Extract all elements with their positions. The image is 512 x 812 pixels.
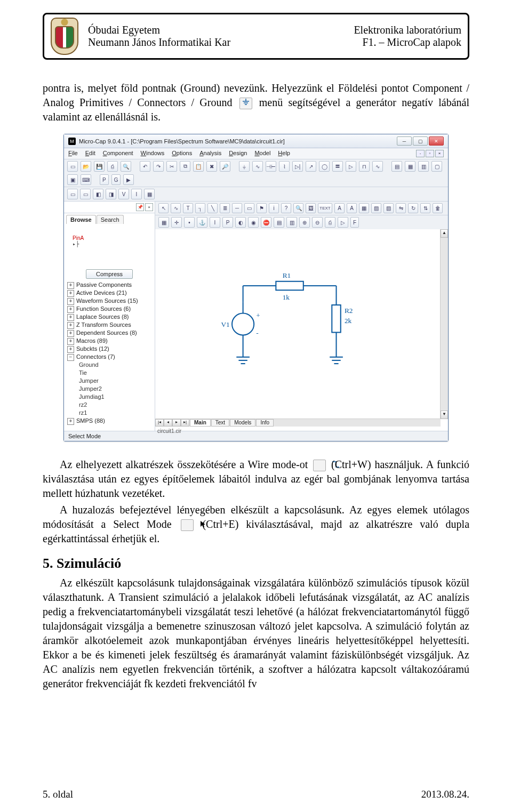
menu-options[interactable]: Options	[172, 150, 192, 157]
vertical-scrollbar[interactable]: ▲ ▼	[440, 229, 448, 419]
sub-toolbar[interactable]: ▭ ▭ ◧ ◨ V I ▦	[64, 187, 448, 202]
line-mode-icon[interactable]: ─	[232, 203, 242, 213]
expand-icon[interactable]: +	[67, 314, 74, 321]
collapse-icon[interactable]: −	[67, 354, 74, 361]
tree-label[interactable]: Waveform Sources (15)	[76, 298, 138, 304]
mdi-restore-icon[interactable]: ▫	[426, 150, 434, 157]
probe-icon[interactable]: 🔍	[293, 203, 303, 213]
npn-tool-icon[interactable]: ↗	[306, 161, 316, 172]
tree-label[interactable]: Subckts (12)	[76, 345, 109, 352]
panel-pin-icon[interactable]: 📌	[136, 203, 144, 211]
win2-icon[interactable]: ▦	[405, 161, 415, 172]
tree-label[interactable]: Passive Components	[76, 282, 132, 288]
window-titlebar[interactable]: M Micro-Cap 9.0.4.1 - [C:\Program Files\…	[64, 134, 448, 148]
anchor-icon[interactable]: ⚓	[197, 217, 207, 228]
f-button[interactable]: F	[350, 217, 359, 228]
current-icon[interactable]: I	[210, 217, 220, 228]
p-button[interactable]: P	[100, 174, 109, 185]
new-icon[interactable]: ▭	[67, 161, 78, 172]
canvas-toolbar[interactable]: ↖ ∿ T ┐ ╲ ≣ ─ ▭ ⚑ i ? 🔍 🖼 TEXT A A ▦ ▨ ▧…	[155, 202, 448, 215]
expand-icon[interactable]: +	[67, 338, 74, 345]
tree-label[interactable]: Active Devices (21)	[76, 290, 127, 296]
pic-icon[interactable]: 🖼	[306, 203, 316, 213]
win4-icon[interactable]: ▢	[431, 161, 442, 172]
mirror-icon[interactable]: ⇋	[396, 203, 406, 213]
expand-icon[interactable]: +	[67, 418, 74, 425]
tree-label[interactable]: Function Sources (6)	[76, 305, 131, 312]
bottom-tab-info[interactable]: Info	[256, 419, 274, 427]
expand-icon[interactable]: +	[67, 290, 74, 297]
bottom-tab-main[interactable]: Main	[190, 419, 211, 427]
tree-label[interactable]: Macros (89)	[76, 337, 108, 344]
print2-icon[interactable]: ⎙	[325, 217, 335, 228]
close-button[interactable]: ✕	[429, 136, 444, 146]
print-icon[interactable]: ⎙	[107, 161, 118, 172]
run2-icon[interactable]: ▷	[338, 217, 348, 228]
win5-icon[interactable]: ▣	[67, 174, 78, 185]
delete-icon[interactable]: ✖	[206, 161, 217, 172]
layer2-icon[interactable]: ▥	[286, 217, 297, 228]
canvas-toolbar-2[interactable]: ▦ ✛ • ⚓ I P ◐ ◉ ⛔ ▤ ▥ ⊕ ⊖ ⎙ ▷ F	[155, 215, 448, 230]
expand-icon[interactable]: +	[67, 298, 74, 305]
save-icon[interactable]: 💾	[94, 161, 105, 172]
menu-bar[interactable]: File Edit Component Windows Options Anal…	[64, 148, 448, 159]
mode3-icon[interactable]: ◧	[93, 189, 103, 199]
help-mode-icon[interactable]: ?	[281, 203, 291, 213]
cond-icon[interactable]: ◐	[235, 217, 246, 228]
sine-tool-icon[interactable]: ∿	[372, 161, 383, 172]
menu-file[interactable]: File	[68, 150, 78, 157]
opamp-tool-icon[interactable]: ▷	[346, 161, 356, 172]
tree-leaf[interactable]: rz2	[67, 401, 151, 409]
tree-label[interactable]: Z Transform Sources	[76, 321, 131, 328]
expand-icon[interactable]: +	[67, 346, 74, 353]
menu-windows[interactable]: Windows	[141, 150, 165, 157]
expand-icon[interactable]: +	[67, 306, 74, 313]
menu-edit[interactable]: Edit	[85, 150, 95, 157]
tree-leaf[interactable]: Jumper	[67, 377, 151, 385]
cut-icon[interactable]: ✂	[166, 161, 177, 172]
zoom-in-icon[interactable]: ⊕	[299, 217, 310, 228]
zoom-out-icon[interactable]: ⊖	[312, 217, 323, 228]
flag-mode-icon[interactable]: ⚑	[257, 203, 267, 213]
batt-tool-icon[interactable]: 〓	[332, 161, 343, 172]
win1-icon[interactable]: ▤	[391, 161, 402, 172]
rect-mode-icon[interactable]: ▭	[244, 203, 254, 213]
mdi-close-icon[interactable]: ×	[435, 150, 444, 157]
undo-icon[interactable]: ↶	[140, 161, 150, 172]
tab-search[interactable]: Search	[97, 215, 124, 224]
grid-icon[interactable]: ▦	[158, 217, 169, 228]
schematic-area[interactable]: V1 + - R1 1k	[155, 229, 441, 419]
tab-next-icon[interactable]: ▸	[172, 419, 181, 427]
mdi-min-icon[interactable]: -	[416, 150, 425, 157]
resistor-tool-icon[interactable]: ∿	[252, 161, 263, 172]
snap-icon[interactable]: ✛	[171, 217, 182, 228]
preview-icon[interactable]: 🔍	[121, 161, 131, 172]
pulse-tool-icon[interactable]: ⊓	[359, 161, 370, 172]
mode1-icon[interactable]: ▭	[67, 189, 78, 199]
power-icon[interactable]: P	[222, 217, 233, 228]
mode6-icon[interactable]: I	[131, 189, 142, 199]
compress-button[interactable]: Compress	[86, 269, 133, 279]
node-icon[interactable]: •	[184, 217, 195, 228]
ground-tool-icon[interactable]: ⏚	[239, 161, 250, 172]
tree-leaf[interactable]: Ground	[67, 361, 151, 369]
cap-tool-icon[interactable]: ⊣⊢	[266, 161, 276, 172]
maximize-button[interactable]: ▢	[413, 136, 428, 146]
minimize-button[interactable]: ─	[397, 136, 412, 146]
menu-model[interactable]: Model	[254, 150, 270, 157]
tree-leaf[interactable]: rz1	[67, 409, 151, 417]
tree-label[interactable]: Connectors (7)	[76, 353, 115, 360]
paste-icon[interactable]: 📋	[193, 161, 204, 172]
bottom-tabbar[interactable]: |◂ ◂ ▸ ▸| Main Text Models Info	[155, 419, 441, 427]
find-icon[interactable]: 🔎	[220, 161, 230, 172]
expand-icon[interactable]: +	[67, 330, 74, 337]
run-icon[interactable]: ▶	[123, 174, 134, 185]
info-mode-icon[interactable]: i	[269, 203, 279, 213]
wire-mode-icon[interactable]: ┐	[195, 203, 205, 213]
menu-design[interactable]: Design	[229, 150, 247, 157]
diag-wire-icon[interactable]: ╲	[207, 203, 218, 213]
mode7-icon[interactable]: ▦	[144, 189, 155, 199]
schematic-canvas[interactable]: ↖ ∿ T ┐ ╲ ≣ ─ ▭ ⚑ i ? 🔍 🖼 TEXT A A ▦ ▨ ▧…	[155, 202, 448, 431]
tab-browse[interactable]: Browse	[66, 215, 96, 224]
panel-close-icon[interactable]: ×	[145, 203, 153, 211]
